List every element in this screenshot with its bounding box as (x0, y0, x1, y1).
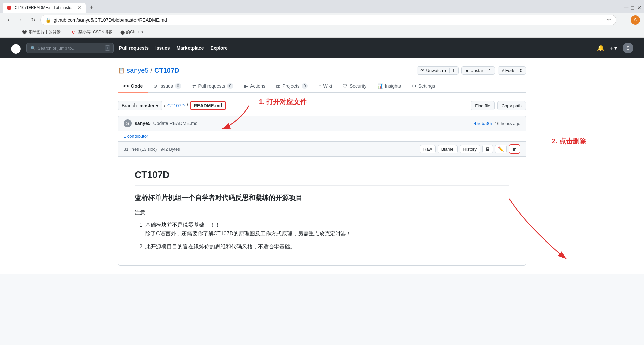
repo-icon: 📋 (118, 67, 125, 74)
pr-badge: 0 (227, 83, 233, 89)
find-file-button[interactable]: Find file (471, 101, 495, 110)
nav-explore[interactable]: Explore (210, 45, 227, 51)
commit-info-left: S sanye5 Update README.md (124, 119, 198, 127)
tab-projects-label: Projects (282, 83, 300, 89)
search-icon: 🔍 (30, 46, 36, 51)
bookmark-csdn[interactable]: C _某小涛_CSDN博客 (70, 29, 114, 36)
repo-separator: / (151, 67, 153, 74)
active-tab[interactable]: ⬤ CT107D/README.md at maste... ✕ (3, 3, 86, 13)
watch-button[interactable]: 👁 Unwatch ▾ 1 (417, 66, 459, 75)
breadcrumb-sep-2: / (187, 103, 188, 108)
tab-projects[interactable]: ▦ Projects 0 (271, 80, 313, 93)
security-icon: 🛡 (343, 83, 347, 89)
tab-issues[interactable]: ⊙ Issues 0 (148, 80, 186, 93)
forward-button[interactable]: › (16, 15, 25, 25)
commit-message: Update README.md (153, 121, 197, 126)
commit-sha-link[interactable]: 45cba85 (474, 121, 492, 126)
tab-bar: ⬤ CT107D/README.md at maste... ✕ + ─ □ ✕ (0, 0, 644, 13)
settings-icon: ⚙ (412, 83, 416, 89)
nav-pull-requests[interactable]: Pull requests (119, 45, 149, 51)
star-button[interactable]: ★ Unstar 1 (461, 66, 495, 75)
refresh-button[interactable]: ↻ (28, 15, 38, 25)
nav-marketplace[interactable]: Marketplace (177, 45, 204, 51)
repo-tabs: <> Code ⊙ Issues 0 ⇄ Pull requests 0 ▶ A… (118, 80, 526, 93)
list-item-1: 基础模块并不是说零基础！！！ 除了C语言外，还需要你了解CT107D的原理图及工… (145, 221, 509, 238)
repo-name-link[interactable]: CT107D (154, 67, 179, 74)
extensions-button[interactable]: ⋮ (619, 15, 629, 25)
lock-icon: 🔒 (45, 17, 51, 23)
contributor-link[interactable]: 1 contributor (124, 134, 148, 139)
bookmark-github[interactable]: ⬤ 的GitHub (118, 29, 145, 36)
apps-icon: ⋮⋮ (6, 30, 14, 35)
tab-actions[interactable]: ▶ Actions (239, 80, 271, 93)
bookmark-favicon-1: 🖤 (22, 30, 27, 35)
star-icon: ★ (465, 68, 469, 73)
search-placeholder: Search or jump to... (38, 46, 103, 51)
github-nav: Pull requests Issues Marketplace Explore (119, 45, 228, 51)
tab-code-label: Code (131, 83, 143, 89)
csdn-favicon: C (72, 30, 75, 35)
breadcrumb-repo-link[interactable]: CT107D (167, 103, 185, 108)
new-tab-button[interactable]: + (87, 3, 96, 12)
commit-author[interactable]: sanye5 (135, 121, 150, 126)
notifications-icon[interactable]: 🔔 (597, 44, 604, 52)
issues-icon: ⊙ (153, 83, 157, 89)
copy-path-button[interactable]: Copy path (497, 101, 526, 110)
profile-avatar[interactable]: S (631, 15, 640, 25)
branch-select[interactable]: Branch: master ▾ (118, 101, 162, 110)
tab-pr-label: Pull requests (198, 83, 225, 89)
tab-wiki[interactable]: ≡ Wiki (313, 80, 337, 93)
file-header-row: Branch: master ▾ / CT107D / README.md 1.… (118, 101, 526, 110)
tab-settings[interactable]: ⚙ Settings (407, 80, 441, 93)
github-search[interactable]: 🔍 Search or jump to... / (26, 43, 114, 53)
tab-actions-label: Actions (250, 83, 265, 89)
maximize-button[interactable]: □ (631, 5, 634, 11)
bookmark-remove-bg[interactable]: 🖤 消除图片中的背景... (20, 29, 66, 36)
tab-security[interactable]: 🛡 Security (337, 80, 372, 93)
apps-bookmark[interactable]: ⋮⋮ (4, 29, 16, 36)
insights-icon: 📊 (377, 83, 383, 89)
user-avatar[interactable]: S (623, 43, 633, 53)
bookmark-label-3: 的GitHub (126, 29, 143, 35)
star-count: 1 (486, 68, 491, 73)
tab-code[interactable]: <> Code (118, 80, 148, 93)
file-body: CT107D 蓝桥杯单片机组一个自学者对代码反思和凝练的开源项目 注意： 基础模… (118, 157, 526, 265)
back-button[interactable]: ‹ (4, 15, 13, 25)
edit-icon-button[interactable]: ✏️ (495, 145, 507, 153)
fork-button[interactable]: ⑂ Fork 0 (498, 66, 526, 75)
tab-insights[interactable]: 📊 Insights (372, 80, 407, 93)
nav-issues[interactable]: Issues (155, 45, 170, 51)
projects-icon: ▦ (276, 83, 280, 89)
star-label: Unstar (470, 68, 483, 73)
code-icon: <> (123, 83, 129, 89)
repo-owner-link[interactable]: sanye5 (127, 67, 149, 74)
tab-pull-requests[interactable]: ⇄ Pull requests 0 (187, 80, 239, 93)
list-item-2: 此开源项目目的旨在锻炼你的思维和代码风格，不适合零基础。 (145, 242, 509, 251)
tab-wiki-label: Wiki (323, 83, 332, 89)
tab-security-label: Security (350, 83, 367, 89)
file-size: 942 Bytes (161, 147, 180, 152)
close-window-button[interactable]: ✕ (637, 5, 641, 11)
repo-actions: 👁 Unwatch ▾ 1 ★ Unstar 1 ⑂ Fork 0 (417, 66, 526, 75)
minimize-button[interactable]: ─ (624, 4, 629, 11)
raw-button[interactable]: Raw (420, 145, 436, 153)
file-content-area: 31 lines (13 sloc) 942 Bytes Raw Blame H… (118, 142, 526, 266)
watch-label: Unwatch (426, 68, 443, 73)
add-menu[interactable]: + ▾ (610, 45, 617, 51)
github-logo[interactable]: ⬤ (11, 43, 21, 54)
bookmark-icon[interactable]: ☆ (607, 17, 611, 23)
fork-count: 0 (517, 68, 522, 73)
blame-button[interactable]: Blame (438, 145, 458, 153)
tab-close-icon[interactable]: ✕ (77, 5, 82, 10)
repo-breadcrumb: 📋 sanye5 / CT107D (118, 67, 179, 74)
readme-subtitle: 蓝桥杯单片机组一个自学者对代码反思和凝练的开源项目 (135, 192, 509, 203)
commit-info-right: 45cba85 16 hours ago (474, 121, 520, 126)
delete-icon-button[interactable]: 🗑 (509, 144, 520, 154)
watch-count: 1 (449, 68, 455, 73)
projects-badge: 0 (302, 83, 308, 89)
fork-icon: ⑂ (501, 68, 504, 73)
history-button[interactable]: History (460, 145, 480, 153)
address-bar[interactable]: 🔒 github.com/sanye5/CT107D/blob/master/R… (40, 15, 616, 25)
file-meta-bar: 31 lines (13 sloc) 942 Bytes Raw Blame H… (118, 142, 526, 157)
desktop-icon-button[interactable]: 🖥 (482, 145, 493, 153)
